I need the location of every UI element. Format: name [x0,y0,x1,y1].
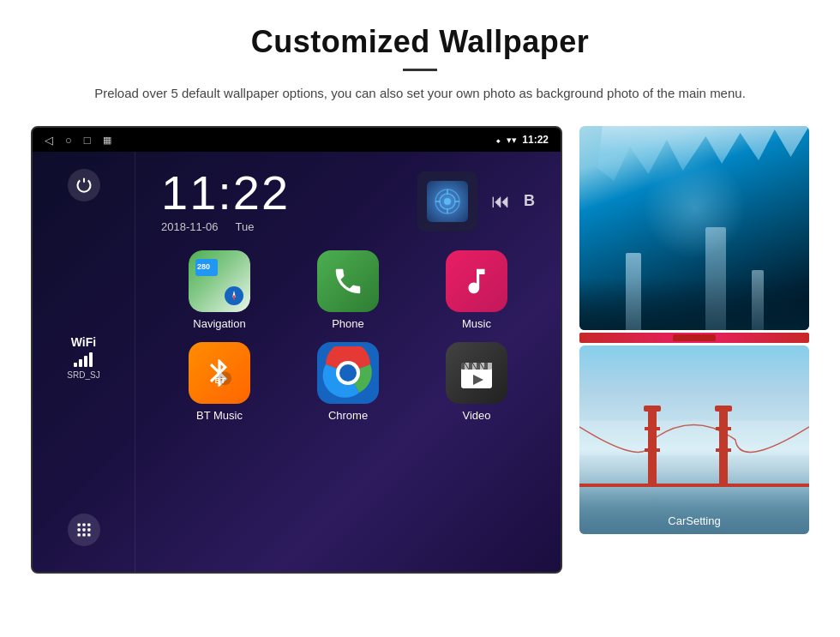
clock-time: 11:22 [161,169,290,217]
app-label-music: Music [462,317,491,330]
app-label-chrome: Chrome [328,409,368,422]
svg-point-11 [444,198,451,205]
svg-rect-8 [87,533,90,536]
status-bar: ◁ ○ □ ▦ ⬥ ▾▾ 11:22 [33,128,561,152]
app-icon-btmusic: BT [189,342,250,404]
svg-rect-7 [82,533,85,536]
device-mockup: ◁ ○ □ ▦ ⬥ ▾▾ 11:22 WiFi [31,126,562,574]
status-time: 11:22 [522,134,549,146]
content-area: ◁ ○ □ ▦ ⬥ ▾▾ 11:22 WiFi [0,126,840,574]
wifi-info: WiFi SRD_SJ [67,335,99,380]
app-icon-music [446,250,507,312]
app-label-video: Video [462,409,490,422]
app-grid: Navigation Phone [135,242,561,439]
main-screen: WiFi SRD_SJ [33,152,561,572]
media-controls: ⏮ B [417,171,535,231]
app-icon-video [446,342,507,404]
wifi-bar-4 [89,352,93,367]
app-icon-phone [317,250,379,312]
app-item-chrome[interactable]: Chrome [290,342,406,422]
wallpaper-ice[interactable] [579,126,809,330]
app-label-navigation: Navigation [193,317,245,330]
svg-rect-2 [87,524,90,526]
wifi-bar-1 [74,363,77,367]
wallpaper-panel: CarSetting [579,126,809,574]
clock-area: 11:22 2018-11-06 Tue [135,152,561,242]
wifi-status-icon: ▾▾ [507,135,517,146]
svg-rect-5 [87,528,90,531]
svg-rect-28 [488,363,492,370]
wifi-ssid: SRD_SJ [67,370,99,380]
page-title: Customized Wallpaper [69,24,771,60]
nav-back-icon[interactable]: ◁ [45,134,53,147]
app-icon-navigation [189,250,250,312]
power-button[interactable] [68,169,100,201]
app-item-phone[interactable]: Phone [290,250,406,330]
wifi-bars [67,352,99,367]
wifi-bar-3 [84,356,87,367]
nav-compass [225,286,243,305]
wallpaper-strip [579,333,809,343]
wifi-bar-2 [79,359,82,367]
svg-rect-4 [82,528,85,531]
app-item-btmusic[interactable]: BT BT Music [161,342,278,422]
clock-day: Tue [236,220,255,233]
app-item-video[interactable]: Video [418,342,535,422]
status-bar-right: ⬥ ▾▾ 11:22 [495,134,549,146]
svg-rect-6 [77,533,80,536]
main-area: 11:22 2018-11-06 Tue [135,152,561,572]
media-icon-box [417,171,477,231]
page-description: Preload over 5 default wallpaper options… [69,83,771,104]
svg-rect-0 [77,524,80,526]
svg-text:BT: BT [214,376,225,385]
sidebar: WiFi SRD_SJ [33,152,135,572]
apps-grid-button[interactable] [68,514,100,546]
app-icon-chrome [317,342,379,404]
svg-rect-3 [77,528,80,531]
clock-date: 2018-11-06 [161,220,219,233]
nav-home-icon[interactable]: ○ [65,134,72,147]
page-header: Customized Wallpaper Preload over 5 defa… [0,0,840,119]
prev-track-button[interactable]: ⏮ [491,190,510,213]
clock-block: 11:22 2018-11-06 Tue [161,169,290,233]
next-letter-button[interactable]: B [524,192,535,210]
wifi-label: WiFi [67,335,99,349]
nav-screenshot-icon[interactable]: ▦ [103,135,111,146]
svg-point-22 [339,364,357,382]
nav-recent-icon[interactable]: □ [84,134,91,147]
app-item-music[interactable]: Music [418,250,535,330]
status-bar-nav: ◁ ○ □ ▦ [45,134,111,147]
svg-rect-1 [82,524,85,526]
wallpaper-bridge[interactable]: CarSetting [579,346,809,534]
clock-date-row: 2018-11-06 Tue [161,220,290,233]
carsetting-label: CarSetting [579,514,809,527]
app-label-btmusic: BT Music [196,409,243,422]
media-icon [427,181,468,222]
app-item-navigation[interactable]: Navigation [161,250,278,330]
title-divider [403,69,437,71]
location-icon: ⬥ [495,135,501,145]
app-label-phone: Phone [332,317,364,330]
